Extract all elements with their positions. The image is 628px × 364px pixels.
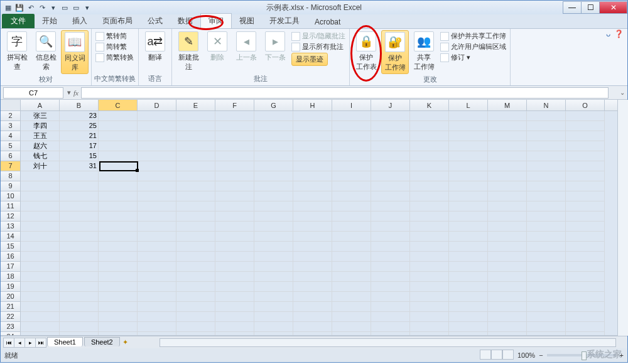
- cell-M6[interactable]: [488, 151, 527, 161]
- row-header-11[interactable]: 11: [1, 201, 21, 211]
- cell-O13[interactable]: [566, 222, 605, 232]
- cell-B17[interactable]: [60, 262, 99, 272]
- cell-H7[interactable]: [293, 161, 332, 171]
- cell-N3[interactable]: [527, 121, 566, 131]
- cell-H12[interactable]: [293, 211, 332, 222]
- tab-home[interactable]: 开始: [35, 14, 65, 28]
- cell-H24[interactable]: [293, 332, 332, 336]
- cell-I23[interactable]: [332, 322, 371, 332]
- redo-icon[interactable]: ↷: [37, 3, 47, 13]
- show-ink-button[interactable]: 显示墨迹: [291, 53, 345, 66]
- cell-I19[interactable]: [332, 282, 371, 292]
- cell-J5[interactable]: [371, 141, 410, 151]
- cell-B22[interactable]: [60, 312, 99, 322]
- row-header-5[interactable]: 5: [1, 141, 21, 151]
- page-layout-button[interactable]: [491, 350, 502, 360]
- cell-D11[interactable]: [138, 201, 176, 211]
- cell-H19[interactable]: [293, 282, 332, 292]
- cell-D15[interactable]: [138, 242, 176, 252]
- cell-G5[interactable]: [254, 141, 293, 151]
- cell-O23[interactable]: [566, 322, 605, 332]
- cell-D2[interactable]: [138, 111, 176, 121]
- cell-F10[interactable]: [215, 191, 254, 201]
- cell-L17[interactable]: [449, 262, 488, 272]
- cell-G14[interactable]: [254, 232, 293, 242]
- cell-I7[interactable]: [332, 161, 371, 171]
- cell-I24[interactable]: [332, 332, 371, 336]
- cell-O24[interactable]: [566, 332, 605, 336]
- cell-M8[interactable]: [488, 171, 527, 181]
- cell-B20[interactable]: [60, 292, 99, 302]
- cell-L13[interactable]: [449, 222, 488, 232]
- share-workbook-button[interactable]: 👥共享 工作簿: [410, 30, 438, 73]
- row-header-21[interactable]: 21: [1, 302, 21, 312]
- cell-I14[interactable]: [332, 232, 371, 242]
- cell-C5[interactable]: [99, 141, 138, 151]
- cell-G4[interactable]: [254, 131, 293, 141]
- cell-M18[interactable]: [488, 272, 527, 282]
- cell-K6[interactable]: [410, 151, 449, 161]
- cell-F8[interactable]: [215, 171, 254, 181]
- cell-N24[interactable]: [527, 332, 566, 336]
- cell-G24[interactable]: [254, 332, 293, 336]
- new-comment-button[interactable]: ✎新建批注: [175, 30, 202, 73]
- cell-A6[interactable]: 钱七: [21, 151, 60, 161]
- cell-L6[interactable]: [449, 151, 488, 161]
- cell-B12[interactable]: [60, 211, 99, 222]
- cell-F6[interactable]: [215, 151, 254, 161]
- cell-M20[interactable]: [488, 292, 527, 302]
- cell-J20[interactable]: [371, 292, 410, 302]
- cell-E10[interactable]: [176, 191, 215, 201]
- cell-K2[interactable]: [410, 111, 449, 121]
- cell-J7[interactable]: [371, 161, 410, 171]
- cell-M22[interactable]: [488, 312, 527, 322]
- track-changes-button[interactable]: 修订 ▾: [440, 53, 506, 62]
- cell-I21[interactable]: [332, 302, 371, 312]
- translate-button[interactable]: a⇄翻译: [141, 30, 169, 63]
- row-header-10[interactable]: 10: [1, 191, 21, 201]
- cell-C4[interactable]: [99, 131, 138, 141]
- cell-K23[interactable]: [410, 322, 449, 332]
- undo-icon[interactable]: ↶: [26, 3, 36, 13]
- cell-G15[interactable]: [254, 242, 293, 252]
- cell-C6[interactable]: [99, 151, 138, 161]
- cell-K8[interactable]: [410, 171, 449, 181]
- cell-J8[interactable]: [371, 171, 410, 181]
- cell-G20[interactable]: [254, 292, 293, 302]
- cell-A5[interactable]: 赵六: [21, 141, 60, 151]
- cell-D8[interactable]: [138, 171, 176, 181]
- cell-L5[interactable]: [449, 141, 488, 151]
- cell-D4[interactable]: [138, 131, 176, 141]
- cell-N21[interactable]: [527, 302, 566, 312]
- cell-D16[interactable]: [138, 252, 176, 262]
- cell-B23[interactable]: [60, 322, 99, 332]
- cell-I10[interactable]: [332, 191, 371, 201]
- prev-sheet-button[interactable]: ◂: [14, 338, 25, 348]
- row-header-17[interactable]: 17: [1, 262, 21, 272]
- cell-I2[interactable]: [332, 111, 371, 121]
- col-header-J[interactable]: J: [371, 100, 410, 110]
- fx-dropdown-icon[interactable]: ▾: [67, 88, 71, 97]
- cell-M13[interactable]: [488, 222, 527, 232]
- cell-J17[interactable]: [371, 262, 410, 272]
- new-sheet-button[interactable]: ✦: [122, 338, 128, 346]
- cell-L10[interactable]: [449, 191, 488, 201]
- allow-edit-ranges-button[interactable]: 允许用户编辑区域: [440, 42, 506, 51]
- cell-O21[interactable]: [566, 302, 605, 312]
- cell-F16[interactable]: [215, 252, 254, 262]
- col-header-O[interactable]: O: [566, 100, 605, 110]
- cell-A18[interactable]: [21, 272, 60, 282]
- row-header-2[interactable]: 2: [1, 111, 21, 121]
- cell-E16[interactable]: [176, 252, 215, 262]
- col-header-M[interactable]: M: [488, 100, 527, 110]
- cell-O14[interactable]: [566, 232, 605, 242]
- cell-N20[interactable]: [527, 292, 566, 302]
- cell-E9[interactable]: [176, 181, 215, 191]
- maximize-button[interactable]: ☐: [581, 1, 600, 14]
- cell-H23[interactable]: [293, 322, 332, 332]
- cell-N4[interactable]: [527, 131, 566, 141]
- cell-O20[interactable]: [566, 292, 605, 302]
- cell-I15[interactable]: [332, 242, 371, 252]
- zoom-in-button[interactable]: +: [620, 351, 624, 359]
- prev-comment-button[interactable]: ◂上一条: [232, 30, 260, 63]
